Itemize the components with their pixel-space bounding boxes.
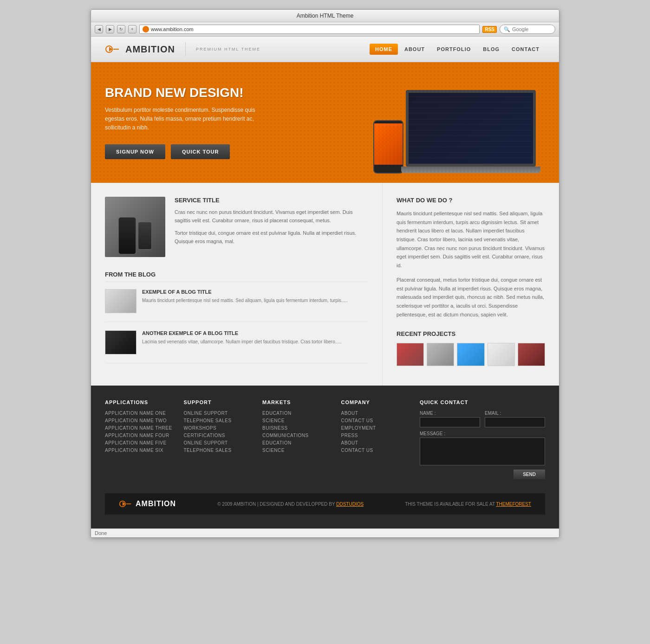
footer-copy-text: © 2009 AMBITION | DESIGNED AND DEVELOPPE…	[217, 502, 335, 507]
device-laptop	[396, 90, 545, 183]
footer-link-sup-5[interactable]: ONLINE SUPPORT	[184, 440, 254, 445]
content-left: SERVICE TITLE Cras nec nunc non purus ti…	[91, 183, 383, 386]
search-bar[interactable]: 🔍	[500, 25, 555, 34]
back-button[interactable]: ◀	[95, 25, 103, 33]
address-bar[interactable]: www.ambition.com	[139, 25, 480, 34]
footer-link-cmp-3[interactable]: EMPLOYMENT	[341, 425, 411, 431]
qc-name-group: NAME :	[420, 411, 480, 427]
project-thumb-4[interactable]	[488, 343, 515, 366]
tour-button[interactable]: QUICK TOUR	[171, 144, 230, 159]
logo-tagline: PREMIUM HTML THEME	[196, 47, 260, 52]
blog-thumb-inner-1	[105, 290, 136, 313]
blog-post-desc-2: Lacinia sed venenatis vitae, ullamcorpe.…	[142, 338, 342, 345]
search-input[interactable]	[512, 26, 549, 32]
footer-link-sup-2[interactable]: TELEPHONE SALES	[184, 418, 254, 423]
status-text: Done	[95, 530, 107, 536]
projects-title: RECENT PROJECTS	[396, 330, 545, 337]
footer-copy: © 2009 AMBITION | DESIGNED AND DEVELOPPE…	[217, 502, 364, 507]
laptop-screen	[406, 90, 536, 167]
footer-link-mkt-1[interactable]: EDUCATION	[262, 411, 332, 416]
logo-icon	[105, 45, 120, 53]
blog-post-title-1: EXEMPLE OF A BLOG TITLE	[142, 289, 348, 295]
footer-link-mkt-3[interactable]: BUISNESS	[262, 425, 332, 431]
footer-col-company: COMPANY ABOUT CONTACT US EMPLOYMENT PRES…	[341, 399, 411, 479]
status-bar: Done	[91, 528, 559, 537]
qc-name-input[interactable]	[420, 417, 480, 427]
nav-contact[interactable]: CONTACT	[506, 44, 545, 55]
footer-link-sup-3[interactable]: WORKSHOPS	[184, 425, 254, 431]
project-thumb-inner-3	[457, 343, 484, 366]
footer-link-mkt-4[interactable]: COMMUNICATIONS	[262, 433, 332, 438]
forward-button[interactable]: ▶	[106, 25, 114, 33]
footer-link-cmp-1[interactable]: ABOUT	[341, 411, 411, 416]
footer-copy-link[interactable]: DDSTUDIOS	[336, 502, 364, 507]
footer-link-app-1[interactable]: APPLICATION NAME ONE	[105, 411, 175, 416]
blog-post-1: EXEMPLE OF A BLOG TITLE Mauris tincidunt…	[105, 289, 368, 322]
footer-link-mkt-6[interactable]: SCIENCE	[262, 448, 332, 453]
footer-link-app-2[interactable]: APPLICATION NAME TWO	[105, 418, 175, 423]
blog-section: FROM THE BLOG EXEMPLE OF A BLOG TITLE Ma…	[105, 271, 368, 363]
nav-portfolio[interactable]: PORTFOLIO	[431, 44, 476, 55]
service-image	[105, 197, 165, 257]
service-desc1: Cras nec nunc non purus tincidunt tincid…	[175, 208, 368, 225]
new-tab-button[interactable]: +	[128, 25, 136, 33]
blog-post-title-2: ANOTHER EXEMPLE OF A BLOG TITLE	[142, 330, 342, 336]
footer-link-app-4[interactable]: APPLICATION NAME FOUR	[105, 433, 175, 438]
footer-link-mkt-2[interactable]: SCIENCE	[262, 418, 332, 423]
footer-link-sup-1[interactable]: ONLINE SUPPORT	[184, 411, 254, 416]
signup-button[interactable]: SIGNUP NOW	[105, 144, 165, 159]
blog-post-2: ANOTHER EXEMPLE OF A BLOG TITLE Lacinia …	[105, 330, 368, 363]
footer-link-sup-4[interactable]: CERTIFICATIONS	[184, 433, 254, 438]
footer-link-app-5[interactable]: APPLICATION NAME FIVE	[105, 440, 175, 445]
nav-about[interactable]: ABOUT	[399, 44, 430, 55]
footer: APPLICATIONS APPLICATION NAME ONE APPLIC…	[91, 386, 559, 528]
qc-name-email-row: NAME : EMAIL :	[420, 411, 545, 427]
footer-col-applications: APPLICATIONS APPLICATION NAME ONE APPLIC…	[105, 399, 175, 479]
site-wrapper: AMBITION PREMIUM HTML THEME HOME ABOUT P…	[91, 37, 559, 537]
project-thumb-2[interactable]	[427, 343, 454, 366]
qc-email-label: EMAIL :	[485, 411, 545, 416]
blog-post-content-1: EXEMPLE OF A BLOG TITLE Mauris tincidunt…	[142, 289, 348, 313]
footer-col-support: SUPPORT ONLINE SUPPORT TELEPHONE SALES W…	[184, 399, 254, 479]
footer-link-mkt-5[interactable]: EDUCATION	[262, 440, 332, 445]
browser-titlebar: Ambition HTML Theme	[91, 10, 559, 22]
nav-home[interactable]: HOME	[370, 44, 398, 55]
blog-thumb-2	[105, 330, 136, 354]
footer-link-cmp-5[interactable]: ABOUT	[341, 440, 411, 445]
refresh-button[interactable]: ↻	[117, 25, 125, 33]
nav-blog[interactable]: BLOG	[477, 44, 505, 55]
footer-logo-text: AMBITION	[136, 500, 176, 508]
footer-link-sup-6[interactable]: TELEPHONE SALES	[184, 448, 254, 453]
quick-contact: QUICK CONTACT NAME : EMAIL : MESSAGE :	[420, 399, 545, 479]
blog-section-title: FROM THE BLOG	[105, 271, 368, 282]
project-thumb-inner-5	[518, 343, 545, 366]
site-header: AMBITION PREMIUM HTML THEME HOME ABOUT P…	[91, 37, 559, 62]
content-section: SERVICE TITLE Cras nec nunc non purus ti…	[91, 183, 559, 386]
phone-small	[138, 222, 152, 250]
favicon	[143, 26, 149, 32]
what-text-1: Mauris tincidunt pellentesque nisl sed m…	[396, 209, 545, 270]
hero-right	[325, 81, 545, 183]
footer-columns: APPLICATIONS APPLICATION NAME ONE APPLIC…	[105, 399, 545, 479]
project-thumb-3[interactable]	[457, 343, 484, 366]
qc-send-button[interactable]: SEND	[514, 470, 545, 479]
qc-message-textarea[interactable]	[420, 438, 545, 465]
browser-title: Ambition HTML Theme	[297, 13, 354, 19]
footer-bottom: AMBITION © 2009 AMBITION | DESIGNED AND …	[105, 493, 545, 515]
footer-link-app-3[interactable]: APPLICATION NAME THREE	[105, 425, 175, 431]
footer-link-cmp-2[interactable]: CONTACT US	[341, 418, 411, 423]
footer-link-cmp-6[interactable]: CONTACT US	[341, 448, 411, 453]
footer-theme-link[interactable]: THEMEFOREST	[496, 502, 531, 507]
footer-link-app-6[interactable]: APPLICATION NAME SIX	[105, 448, 175, 453]
hero-description: Vestibulum portitor molestie condimentum…	[105, 106, 258, 133]
browser-toolbar: ◀ ▶ ↻ + www.ambition.com RSS 🔍	[91, 22, 559, 37]
project-thumb-1[interactable]	[396, 343, 424, 366]
footer-col-title-applications: APPLICATIONS	[105, 399, 175, 405]
quick-contact-title: QUICK CONTACT	[420, 399, 545, 405]
project-thumb-5[interactable]	[518, 343, 545, 366]
project-thumb-inner-4	[488, 343, 514, 366]
footer-link-cmp-4[interactable]: PRESS	[341, 433, 411, 438]
footer-col-title-support: SUPPORT	[184, 399, 254, 405]
qc-email-input[interactable]	[485, 417, 545, 427]
rss-button[interactable]: RSS	[482, 26, 497, 33]
